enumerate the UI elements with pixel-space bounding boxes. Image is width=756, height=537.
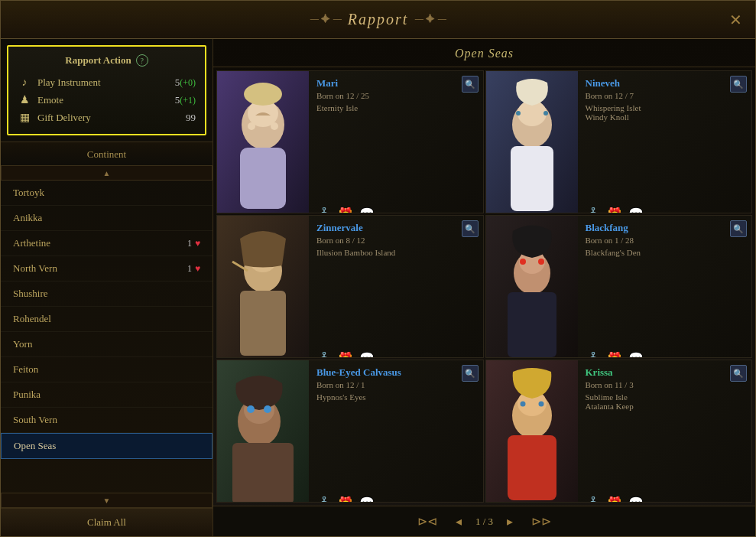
character-portrait-0 [217, 71, 309, 213]
character-birthday-4: Born on 12 / 1 [316, 380, 475, 389]
window-title: Rapport [348, 11, 409, 28]
search-button-2[interactable]: 🔍 [462, 220, 479, 237]
search-button-3[interactable]: 🔍 [730, 220, 747, 237]
character-card-0: Mari Born on 12 / 25 Eternity Isle ⚓ 🎁 💬… [216, 70, 484, 213]
last-page-button[interactable]: ⊳⊳ [527, 513, 556, 530]
sidebar-item-anikka[interactable]: Anikka [1, 206, 213, 231]
svg-rect-21 [508, 292, 556, 357]
character-location-5: Sublime IsleAtalanta Keep [586, 392, 745, 411]
character-name-0: Mari [316, 77, 475, 90]
emote-icon: ♟ [18, 93, 31, 106]
character-location-1: Whispering IsletWindy Knoll [586, 103, 745, 122]
north-vern-badge: 1 ♥ [187, 263, 200, 275]
gift-action-icon-5[interactable]: 🎁 [607, 496, 622, 503]
svg-point-23 [538, 259, 544, 265]
character-birthday-3: Born on 1 / 28 [586, 236, 745, 245]
character-name-1: Nineveh [586, 77, 745, 90]
chat-icon-1[interactable]: 💬 [628, 207, 644, 213]
card-info-2: Zinnervale Born on 8 / 12 Illusion Bambo… [309, 216, 483, 358]
search-button-0[interactable]: 🔍 [462, 76, 479, 93]
sidebar-item-arthetine[interactable]: Arthetine 1 ♥ [1, 231, 213, 256]
character-card-3: Blackfang Born on 1 / 28 Blackfang's Den… [485, 215, 753, 358]
sidebar-item-shushire[interactable]: Shushire [1, 282, 213, 307]
continent-header: Continent [1, 142, 213, 165]
help-icon[interactable]: ? [136, 54, 148, 67]
emote-row: ♟ Emote 5(+1) [18, 91, 196, 109]
first-page-button[interactable]: ⊳⊲ [413, 513, 442, 530]
sidebar-item-feiton[interactable]: Feiton [1, 357, 213, 382]
rapport-modal: ⸻ ✦ ⸻ Rapport ⸻ ✦ ⸻ ✕ Rapport Action ? ♪… [0, 0, 756, 537]
svg-rect-3 [240, 148, 286, 209]
character-name-2: Zinnervale [316, 222, 475, 234]
character-birthday-5: Born on 11 / 3 [586, 380, 745, 389]
sidebar-item-south-vern[interactable]: South Vern [1, 408, 213, 433]
card-info-1: Nineveh Born on 12 / 7 Whispering IsletW… [578, 71, 752, 213]
gift-icon: ▦ [18, 111, 31, 124]
sidebar-item-rohendel[interactable]: Rohendel [1, 307, 213, 332]
character-birthday-0: Born on 12 / 25 [316, 91, 475, 100]
gift-action-icon-4[interactable]: 🎁 [338, 496, 353, 503]
gift-delivery-row: ▦ Gift Delivery 99 [18, 109, 196, 126]
card-actions-1: ⚓ 🎁 💬 [586, 207, 745, 213]
next-page-button[interactable]: ▸ [502, 513, 518, 530]
page-info: 1 / 3 [475, 516, 493, 528]
svg-point-35 [538, 402, 543, 407]
search-button-4[interactable]: 🔍 [462, 365, 479, 382]
search-button-5[interactable]: 🔍 [730, 365, 747, 382]
title-decoration-left: ⸻ ✦ ⸻ [310, 14, 342, 25]
card-actions-5: ⚓ 🎁 💬 [586, 496, 745, 503]
chat-icon-4[interactable]: 💬 [359, 496, 375, 503]
svg-point-4 [248, 122, 255, 130]
action-box-header: Rapport Action ? [18, 54, 196, 67]
main-layout: Rapport Action ? ♪ Play Instrument 5(+0)… [1, 39, 755, 536]
prev-page-button[interactable]: ◂ [451, 513, 466, 530]
rapport-icon-5[interactable]: ⚓ [586, 496, 601, 503]
pagination: ⊳⊲ ◂ 1 / 3 ▸ ⊳⊳ [213, 506, 755, 536]
chat-icon-5[interactable]: 💬 [628, 496, 644, 503]
chat-icon-0[interactable]: 💬 [359, 207, 375, 213]
search-button-1[interactable]: 🔍 [730, 76, 747, 93]
chat-icon-2[interactable]: 💬 [359, 351, 375, 358]
svg-rect-10 [511, 146, 553, 211]
instrument-count: 5(+0) [175, 76, 196, 89]
sidebar-item-tortoyk[interactable]: Tortoyk [1, 181, 213, 206]
sidebar-item-north-vern[interactable]: North Vern 1 ♥ [1, 256, 213, 282]
gift-action-icon-0[interactable]: 🎁 [338, 207, 353, 213]
instrument-icon: ♪ [18, 76, 31, 89]
gift-action-icon-1[interactable]: 🎁 [607, 207, 622, 213]
heart-icon: ♥ [195, 238, 200, 249]
content-header: Open Seas [213, 39, 755, 67]
gift-action-icon-3[interactable]: 🎁 [607, 351, 622, 358]
svg-point-11 [516, 111, 521, 116]
rapport-icon-2[interactable]: ⚓ [316, 351, 332, 358]
scroll-up-arrow[interactable]: ▲ [1, 165, 213, 181]
claim-all-button[interactable]: Claim All [1, 508, 213, 536]
svg-rect-27 [232, 443, 294, 503]
card-info-4: Blue-Eyed Calvasus Born on 12 / 1 Hypnos… [309, 360, 483, 503]
arthetine-badge: 1 ♥ [187, 238, 200, 249]
character-card-4: Blue-Eyed Calvasus Born on 12 / 1 Hypnos… [216, 360, 484, 503]
rapport-icon-4[interactable]: ⚓ [316, 496, 332, 503]
svg-point-22 [520, 259, 526, 265]
play-instrument-row: ♪ Play Instrument 5(+0) [18, 74, 196, 91]
sidebar-item-yorn[interactable]: Yorn [1, 332, 213, 357]
scroll-down-arrow[interactable]: ▼ [1, 493, 213, 508]
chat-icon-3[interactable]: 💬 [628, 351, 644, 358]
sidebar-item-open-seas[interactable]: Open Seas [1, 433, 213, 459]
character-name-5: Krissa [586, 366, 745, 379]
sidebar-item-punika[interactable]: Punika [1, 382, 213, 408]
rapport-icon-3[interactable]: ⚓ [586, 351, 601, 358]
title-bar: ⸻ ✦ ⸻ Rapport ⸻ ✦ ⸻ ✕ [1, 1, 755, 39]
rapport-action-box: Rapport Action ? ♪ Play Instrument 5(+0)… [7, 45, 206, 135]
cards-grid: Mari Born on 12 / 25 Eternity Isle ⚓ 🎁 💬… [213, 67, 755, 506]
heart-icon: ♥ [195, 263, 200, 275]
character-name-4: Blue-Eyed Calvasus [316, 366, 475, 379]
rapport-icon-1[interactable]: ⚓ [586, 207, 601, 213]
character-card-2: Zinnervale Born on 8 / 12 Illusion Bambo… [216, 215, 484, 358]
svg-point-6 [244, 83, 282, 106]
close-button[interactable]: ✕ [725, 9, 746, 31]
character-portrait-5 [486, 360, 578, 503]
rapport-icon-0[interactable]: ⚓ [316, 207, 332, 213]
character-birthday-1: Born on 12 / 7 [586, 91, 745, 100]
gift-action-icon-2[interactable]: 🎁 [338, 351, 353, 358]
